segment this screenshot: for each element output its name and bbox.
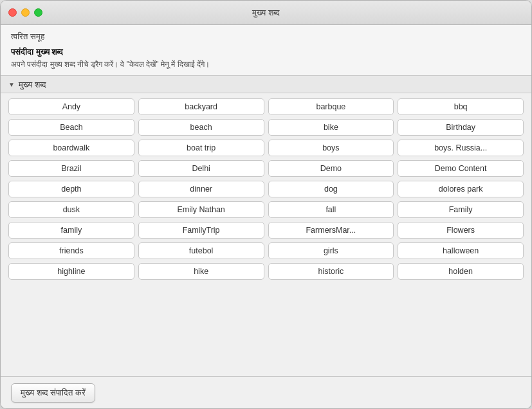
keyword-tag[interactable]: beach: [138, 119, 264, 136]
title-bar: मुख्य शब्द: [1, 1, 531, 25]
keyword-tag[interactable]: Demo Content: [398, 160, 524, 177]
keyword-tag[interactable]: girls: [268, 242, 394, 259]
keyword-tag[interactable]: futebol: [138, 242, 264, 259]
main-window: मुख्य शब्द त्वरित समूह पसंदीदा मुख्य शब्…: [0, 0, 532, 409]
favorite-title: पसंदीदा मुख्य शब्द: [11, 47, 521, 57]
keyword-tag[interactable]: holden: [398, 263, 524, 280]
keyword-tag[interactable]: dolores park: [398, 181, 524, 197]
keyword-tag[interactable]: Emily Nathan: [138, 201, 264, 218]
keyword-tag[interactable]: FamilyTrip: [138, 222, 264, 239]
maximize-button[interactable]: [34, 8, 42, 17]
keyword-tag[interactable]: highline: [8, 263, 134, 280]
keywords-grid: AndybackyardbarbquebbqBeachbeachbikeBirt…: [8, 98, 524, 280]
keyword-tag[interactable]: boardwalk: [8, 140, 134, 156]
keyword-tag[interactable]: Flowers: [398, 222, 524, 239]
close-button[interactable]: [8, 8, 17, 17]
keyword-tag[interactable]: FarmersMar...: [268, 222, 394, 239]
keywords-header-label: मुख्य शब्द: [19, 80, 46, 90]
keyword-tag[interactable]: barbque: [268, 98, 394, 115]
keyword-tag[interactable]: depth: [8, 181, 134, 197]
keyword-tag[interactable]: halloween: [398, 242, 524, 259]
keyword-tag[interactable]: Delhi: [138, 160, 264, 177]
keyword-tag[interactable]: fall: [268, 201, 394, 218]
favorite-description: अपने पसंदीदा मुख्य शब्द नीचे ड्रैग करें।…: [11, 59, 521, 70]
keyword-tag[interactable]: dusk: [8, 201, 134, 218]
keywords-section: ▼ मुख्य शब्द AndybackyardbarbquebbqBeach…: [1, 75, 531, 376]
keyword-tag[interactable]: boat trip: [138, 140, 264, 156]
footer: मुख्य शब्द संपादित करें: [1, 376, 531, 408]
keyword-tag[interactable]: boys. Russia...: [398, 140, 524, 156]
keywords-grid-container[interactable]: AndybackyardbarbquebbqBeachbeachbikeBirt…: [1, 93, 531, 376]
window-title: मुख्य शब्द: [252, 8, 280, 18]
keyword-tag[interactable]: backyard: [138, 98, 264, 115]
keyword-tag[interactable]: friends: [8, 242, 134, 259]
traffic-lights: [8, 8, 42, 17]
keyword-tag[interactable]: Birthday: [398, 119, 524, 136]
keyword-tag[interactable]: hike: [138, 263, 264, 280]
keyword-tag[interactable]: Brazil: [8, 160, 134, 177]
chevron-down-icon: ▼: [8, 81, 15, 88]
keyword-tag[interactable]: Family: [398, 201, 524, 218]
keyword-tag[interactable]: Demo: [268, 160, 394, 177]
edit-keywords-button[interactable]: मुख्य शब्द संपादित करें: [11, 383, 95, 403]
keywords-header: ▼ मुख्य शब्द: [1, 75, 531, 93]
keyword-tag[interactable]: boys: [268, 140, 394, 156]
top-section: त्वरित समूह पसंदीदा मुख्य शब्द अपने पसंद…: [1, 25, 531, 75]
keyword-tag[interactable]: bike: [268, 119, 394, 136]
minimize-button[interactable]: [21, 8, 30, 17]
keyword-tag[interactable]: historic: [268, 263, 394, 280]
quick-group-label: त्वरित समूह: [11, 32, 521, 42]
keyword-tag[interactable]: Andy: [8, 98, 134, 115]
keyword-tag[interactable]: Beach: [8, 119, 134, 136]
keyword-tag[interactable]: dinner: [138, 181, 264, 197]
keyword-tag[interactable]: family: [8, 222, 134, 239]
keyword-tag[interactable]: dog: [268, 181, 394, 197]
keyword-tag[interactable]: bbq: [398, 98, 524, 115]
